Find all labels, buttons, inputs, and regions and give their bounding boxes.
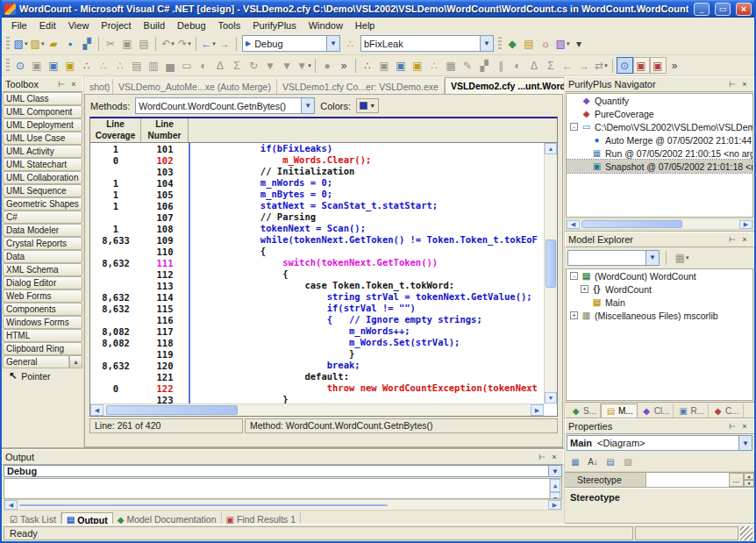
- clear-data-icon[interactable]: ▭: [179, 57, 196, 74]
- toolbar-icon[interactable]: [355, 59, 357, 73]
- copy-icon[interactable]: ▣: [119, 35, 136, 52]
- document-tab[interactable]: VSLDemo_AutoMe...xe (Auto Merge): [113, 79, 277, 94]
- delta-icon[interactable]: Δ: [212, 57, 229, 74]
- source-window-icon[interactable]: ▣: [29, 57, 46, 74]
- navigate-back-icon[interactable]: ←▾: [200, 35, 217, 52]
- tree-item[interactable]: + ▥ (Miscellaneous Files) mscorlib: [567, 309, 752, 322]
- record-icon[interactable]: ●: [319, 57, 336, 74]
- ellipsis-button[interactable]: ...: [729, 473, 744, 487]
- panel-tab[interactable]: ◆ C...: [709, 404, 744, 418]
- merge-icon[interactable]: ▞: [476, 57, 493, 74]
- tree-item[interactable]: - ▤ (WordCount) WordCount: [567, 269, 752, 282]
- scroll-down-icon[interactable]: ▼: [550, 492, 560, 499]
- save-icon[interactable]: ▪: [62, 35, 79, 52]
- toolbox-category[interactable]: C#: [3, 211, 82, 224]
- purify-paw-icon[interactable]: ∴: [79, 57, 96, 74]
- nav-tool-icon[interactable]: ⊙: [617, 57, 633, 74]
- toolbox-category[interactable]: Geometric Shapes: [3, 197, 82, 211]
- toolbox-category[interactable]: UML Use Case: [3, 132, 82, 145]
- horizontal-scrollbar[interactable]: ◀ ▶: [90, 404, 544, 416]
- close-icon[interactable]: ×: [68, 79, 80, 90]
- toolbar-icon[interactable]: [196, 37, 197, 51]
- filter-c-icon[interactable]: ▼▾: [296, 57, 312, 74]
- column-header-line-coverage[interactable]: Line Coverage: [90, 118, 141, 142]
- code-row[interactable]: 1 106 statNext = ScanStat_t.statStart;: [90, 200, 544, 211]
- overflow-icon[interactable]: »: [667, 57, 683, 74]
- delta2-icon[interactable]: Δ: [526, 57, 543, 74]
- toolbar-grip[interactable]: [6, 37, 10, 51]
- alphabetical-icon[interactable]: A↓: [585, 454, 601, 469]
- categorized-icon[interactable]: ▦: [567, 454, 583, 469]
- panel-tab[interactable]: ▣ R...: [674, 404, 709, 418]
- toolbox-category[interactable]: UML Statechart: [3, 158, 82, 171]
- code-row[interactable]: 110 {: [90, 246, 544, 257]
- pin-icon[interactable]: ⊥: [726, 79, 738, 90]
- tree-expander[interactable]: -: [570, 272, 578, 280]
- filter-a-icon[interactable]: ▼: [262, 57, 279, 74]
- menu-item[interactable]: PurifyPlus: [246, 19, 303, 32]
- toolbox-category[interactable]: Data: [3, 250, 82, 263]
- code-row[interactable]: 8,632 120 break;: [90, 360, 544, 371]
- toolbox-window-icon[interactable]: ☼: [538, 35, 554, 52]
- code-row[interactable]: 1 101 if(bFixLeaks): [90, 143, 544, 154]
- tree-expander[interactable]: -: [570, 123, 578, 131]
- code-row[interactable]: 8,082 118 m_Words.Set(strVal);: [90, 337, 544, 348]
- scroll-left-icon[interactable]: ◀: [567, 220, 580, 229]
- resize-grip[interactable]: [740, 526, 752, 540]
- paw-b-icon[interactable]: ∴: [426, 57, 443, 74]
- code-row[interactable]: 0 102 m_Words.Clear();: [90, 154, 544, 166]
- filter-b-icon[interactable]: ▼: [279, 57, 296, 74]
- spin-down-icon[interactable]: ▼: [744, 480, 754, 487]
- spin-up-icon[interactable]: ▲: [744, 473, 754, 480]
- toolbar-icon[interactable]: [98, 37, 100, 51]
- pin-icon[interactable]: ⊥: [536, 452, 548, 463]
- code-row[interactable]: 1 105 m_nBytes = 0;: [90, 189, 544, 200]
- scroll-up-icon[interactable]: ▲: [550, 479, 560, 492]
- call-graph-icon[interactable]: ▥: [146, 57, 162, 74]
- column-header-line-number[interactable]: Line Number: [141, 118, 189, 142]
- coverage-browser-icon[interactable]: ▣: [46, 57, 62, 74]
- code-row[interactable]: 8,632 114 string strVal = tokenNext.GetV…: [90, 291, 544, 303]
- toolbox-category[interactable]: UML Class: [3, 92, 82, 105]
- help-chevron-icon[interactable]: »: [336, 57, 353, 74]
- tree-item[interactable]: ▤ Main: [567, 296, 752, 309]
- vertical-scrollbar[interactable]: ▲ ▼: [544, 143, 557, 404]
- tree-item[interactable]: ● Auto Merge @ 07/05/2002 21:01:44: [567, 133, 752, 146]
- output-source-combo[interactable]: Debug ▼: [4, 465, 562, 477]
- code-row[interactable]: 103 // Initialization: [90, 166, 544, 177]
- undo-icon[interactable]: ↶▾: [160, 35, 176, 52]
- navigator-horizontal-scrollbar[interactable]: ◀ ▶: [566, 218, 753, 230]
- panel-tab[interactable]: ▤ M...: [601, 404, 638, 418]
- menu-item[interactable]: Debug: [171, 19, 211, 32]
- tree-item[interactable]: ▣ Snapshot @ 07/05/2002 21:01:18 <n: [567, 160, 752, 173]
- scroll-down-icon[interactable]: ▼: [545, 392, 557, 404]
- toolbar-icon[interactable]: [315, 59, 317, 73]
- close-icon[interactable]: ×: [548, 452, 560, 463]
- output-text-area[interactable]: 'VSLDemo.exe': Loaded 'c:\windows\assemb…: [4, 478, 562, 499]
- close-icon[interactable]: ×: [738, 234, 751, 246]
- code-row[interactable]: 1 108 tokenNext = Scan();: [90, 223, 544, 234]
- toolbar-options-icon[interactable]: ▾: [571, 35, 588, 52]
- menu-item[interactable]: Help: [349, 19, 382, 32]
- code-row[interactable]: 8,082 117 m_nWords++;: [90, 325, 544, 337]
- scrollbar-thumb[interactable]: [106, 405, 238, 415]
- toolbox-category[interactable]: Dialog Editor: [3, 276, 82, 289]
- pin-icon[interactable]: ⊥: [726, 234, 738, 246]
- document-tab[interactable]: shot): [84, 79, 113, 94]
- paw-find-icon[interactable]: ∴: [342, 35, 359, 52]
- property-row-stereotype[interactable]: Stereotype ... ▲▼: [565, 472, 754, 488]
- close-icon[interactable]: ×: [738, 79, 751, 90]
- paw-color-icon[interactable]: ∴: [360, 57, 376, 74]
- snapshot-icon[interactable]: ◐: [196, 57, 212, 74]
- navigate-forward-icon[interactable]: →: [217, 35, 233, 52]
- diagram-tool-icon[interactable]: ▦▾: [674, 249, 690, 266]
- toolbox-category[interactable]: UML Activity: [3, 145, 82, 158]
- properties-window-icon[interactable]: ▤: [521, 35, 538, 52]
- toolbox-category[interactable]: Clipboard Ring: [3, 342, 82, 355]
- menu-item[interactable]: Build: [138, 19, 171, 32]
- code-row[interactable]: 8,632 111 switch(tokenNext.GetToken()): [90, 257, 544, 268]
- tree-expander[interactable]: +: [581, 285, 588, 293]
- toolbox-category[interactable]: UML Collaboration: [3, 171, 82, 184]
- menu-item[interactable]: Edit: [33, 19, 62, 32]
- combo-arrow-icon[interactable]: ▼: [301, 98, 314, 113]
